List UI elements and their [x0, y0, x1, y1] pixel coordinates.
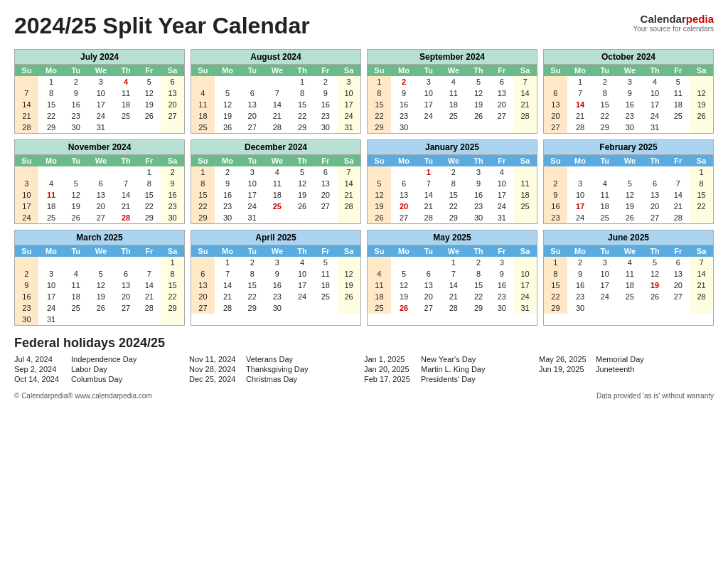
holiday-date: Jan 1, 2025	[364, 355, 415, 363]
cal-cell: 13	[544, 99, 567, 110]
cal-cell: 3	[490, 257, 513, 268]
cal-cell: 11	[513, 178, 537, 189]
day-header-Tu: Tu	[64, 65, 87, 76]
month-block-2: September 2024SuMoTuWeThFrSa123456789101…	[367, 49, 537, 134]
cal-cell: 22	[544, 291, 567, 302]
cal-cell: 16	[314, 99, 337, 110]
holiday-name: Independence Day	[71, 355, 136, 363]
day-header-Tu: Tu	[240, 65, 264, 76]
day-header-Mo: Mo	[567, 245, 594, 257]
cal-cell: 2	[593, 76, 616, 87]
cal-cell: 16	[64, 99, 87, 110]
holiday-row: Nov 28, 2024Thanksgiving Day	[189, 365, 358, 373]
cal-cell: 16	[391, 99, 417, 110]
cal-cell	[666, 166, 690, 178]
day-header-Su: Su	[191, 245, 215, 257]
cal-cell: 12	[616, 189, 643, 201]
day-header-Sa: Sa	[513, 65, 537, 76]
cal-cell: 21	[215, 291, 241, 302]
cal-cell: 21	[513, 99, 537, 110]
cal-cell: 10	[87, 87, 114, 99]
cal-cell: 16	[467, 189, 491, 201]
cal-cell: 25	[616, 291, 643, 302]
cal-cell: 29	[544, 302, 567, 314]
month-title-5: December 2024	[191, 140, 360, 155]
cal-cell: 23	[616, 110, 643, 122]
day-header-Mo: Mo	[38, 65, 65, 76]
cal-cell: 27	[391, 212, 417, 223]
month-table-4: SuMoTuWeThFrSa12345678910111213141516171…	[15, 155, 184, 223]
holiday-row: Nov 11, 2024Veterans Day	[189, 355, 358, 363]
day-header-Mo: Mo	[215, 245, 241, 257]
cal-cell: 10	[291, 268, 314, 280]
cal-cell: 5	[368, 178, 391, 189]
cal-cell	[264, 212, 291, 223]
cal-cell	[544, 166, 567, 178]
holiday-name: New Year's Day	[421, 355, 476, 363]
cal-cell: 6	[240, 87, 264, 99]
cal-cell: 2	[314, 76, 337, 87]
cal-cell: 28	[666, 212, 690, 223]
cal-cell: 3	[38, 268, 65, 280]
cal-cell	[593, 302, 616, 314]
cal-cell: 20	[490, 99, 513, 110]
cal-cell	[616, 166, 643, 178]
holiday-column-0: Jul 4, 2024Independence DaySep 2, 2024La…	[14, 355, 189, 385]
day-header-Tu: Tu	[417, 245, 440, 257]
cal-cell: 13	[391, 189, 417, 201]
cal-cell: 23	[567, 291, 594, 302]
cal-cell: 8	[137, 178, 161, 189]
cal-cell: 28	[137, 302, 161, 314]
day-header-Mo: Mo	[567, 65, 594, 76]
cal-cell: 3	[15, 178, 38, 189]
cal-cell: 22	[467, 291, 491, 302]
day-header-Sa: Sa	[690, 245, 713, 257]
cal-cell: 3	[616, 76, 643, 87]
cal-cell: 3	[567, 178, 594, 189]
month-title-3: October 2024	[544, 50, 713, 65]
cal-cell: 5	[215, 87, 241, 99]
holiday-date: Jul 4, 2024	[14, 355, 65, 363]
day-header-Fr: Fr	[666, 245, 690, 257]
cal-cell	[161, 122, 184, 133]
cal-cell	[467, 122, 491, 133]
cal-cell: 4	[643, 76, 667, 87]
cal-cell: 18	[616, 280, 643, 291]
cal-cell: 15	[467, 280, 491, 291]
cal-cell: 7	[137, 268, 161, 280]
cal-cell: 22	[440, 201, 467, 212]
day-header-Su: Su	[15, 155, 38, 166]
cal-cell: 11	[264, 178, 291, 189]
month-table-6: SuMoTuWeThFrSa12345678910111213141516171…	[368, 155, 537, 223]
cal-cell: 29	[593, 122, 616, 133]
cal-cell: 4	[368, 268, 391, 280]
cal-cell: 24	[337, 110, 360, 122]
day-header-Sa: Sa	[337, 245, 360, 257]
cal-cell: 30	[616, 122, 643, 133]
cal-cell: 23	[15, 302, 38, 314]
cal-cell: 27	[314, 201, 337, 212]
cal-cell: 24	[240, 201, 264, 212]
page-title: 2024/25 Split Year Calendar	[14, 13, 714, 39]
cal-cell: 18	[513, 189, 537, 201]
cal-cell: 5	[666, 76, 690, 87]
cal-cell: 26	[467, 110, 491, 122]
cal-cell: 7	[440, 268, 467, 280]
month-table-1: SuMoTuWeThFrSa12345678910111213141516171…	[191, 65, 360, 133]
cal-cell: 15	[291, 99, 314, 110]
holiday-date: Feb 17, 2025	[364, 375, 415, 383]
calendars-grid: July 2024SuMoTuWeThFrSa12345678910111213…	[14, 49, 714, 326]
cal-cell	[616, 302, 643, 314]
cal-cell: 7	[264, 87, 291, 99]
cal-cell: 27	[240, 122, 264, 133]
cal-cell: 18	[114, 99, 138, 110]
cal-cell: 24	[291, 291, 314, 302]
day-header-Tu: Tu	[240, 155, 264, 166]
holiday-date: Nov 28, 2024	[189, 365, 240, 373]
cal-cell: 9	[15, 280, 38, 291]
cal-cell: 15	[593, 99, 616, 110]
month-table-3: SuMoTuWeThFrSa12345678910111213141516171…	[544, 65, 713, 133]
cal-cell: 21	[114, 201, 138, 212]
cal-cell: 17	[417, 99, 440, 110]
cal-cell: 12	[643, 268, 667, 280]
